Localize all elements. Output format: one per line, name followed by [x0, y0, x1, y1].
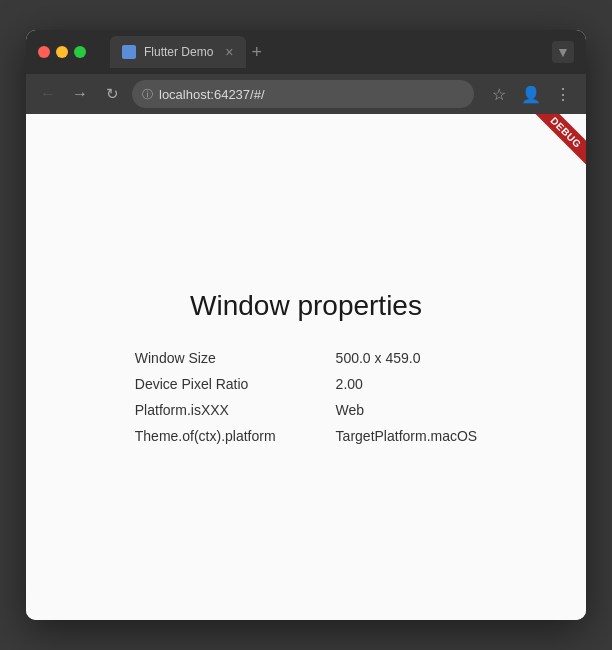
close-button[interactable] — [38, 46, 50, 58]
properties-table: Window Size500.0 x 459.0Device Pixel Rat… — [135, 350, 477, 444]
nav-bar: ← → ↻ ⓘ localhost:64237/#/ ☆ 👤 ⋮ — [26, 74, 586, 114]
property-value: 2.00 — [336, 376, 478, 392]
page-title: Window properties — [135, 290, 477, 322]
nav-actions: ☆ 👤 ⋮ — [486, 81, 576, 107]
property-value: Web — [336, 402, 478, 418]
bookmark-button[interactable]: ☆ — [486, 81, 512, 107]
address-bar[interactable]: ⓘ localhost:64237/#/ — [132, 80, 474, 108]
back-button[interactable]: ← — [36, 82, 60, 106]
title-bar: Flutter Demo × + ▼ — [26, 30, 586, 74]
debug-banner: DEBUG — [526, 114, 586, 174]
property-label: Device Pixel Ratio — [135, 376, 276, 392]
property-value: 500.0 x 459.0 — [336, 350, 478, 366]
minimize-button[interactable] — [56, 46, 68, 58]
address-text: localhost:64237/#/ — [159, 87, 265, 102]
forward-button[interactable]: → — [68, 82, 92, 106]
property-value: TargetPlatform.macOS — [336, 428, 478, 444]
traffic-lights — [38, 46, 86, 58]
tab-extension-button[interactable]: ▼ — [552, 41, 574, 63]
maximize-button[interactable] — [74, 46, 86, 58]
debug-ribbon: DEBUG — [532, 114, 586, 167]
lock-icon: ⓘ — [142, 87, 153, 102]
tab-close-button[interactable]: × — [225, 44, 233, 60]
refresh-button[interactable]: ↻ — [100, 82, 124, 106]
page-content: DEBUG Window properties Window Size500.0… — [26, 114, 586, 620]
profile-button[interactable]: 👤 — [518, 81, 544, 107]
tab-title: Flutter Demo — [144, 45, 213, 59]
new-tab-button[interactable]: + — [252, 42, 263, 63]
property-label: Window Size — [135, 350, 276, 366]
tab-area: Flutter Demo × + ▼ — [110, 36, 574, 68]
menu-button[interactable]: ⋮ — [550, 81, 576, 107]
active-tab[interactable]: Flutter Demo × — [110, 36, 246, 68]
properties-container: Window properties Window Size500.0 x 459… — [135, 290, 477, 444]
property-label: Platform.isXXX — [135, 402, 276, 418]
tab-favicon — [122, 45, 136, 59]
property-label: Theme.of(ctx).platform — [135, 428, 276, 444]
browser-window: Flutter Demo × + ▼ ← → ↻ ⓘ localhost:642… — [26, 30, 586, 620]
